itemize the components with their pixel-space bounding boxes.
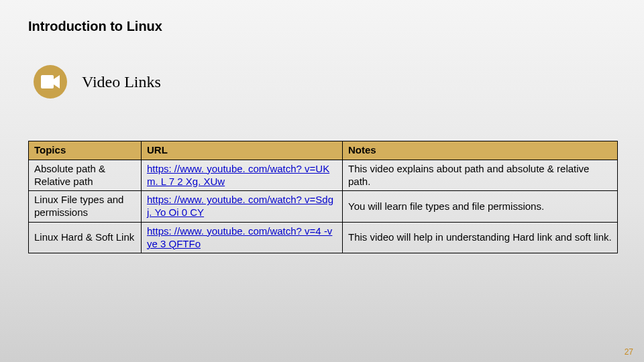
cell-notes: This video explains about path and absol… [343, 160, 618, 191]
header-url: URL [142, 141, 343, 160]
video-link[interactable]: https: //www. youtube. com/watch? v=UKm.… [147, 163, 329, 187]
svg-rect-0 [41, 75, 54, 88]
cell-notes: You will learn file types and file permi… [343, 191, 618, 223]
video-links-table: Topics URL Notes Absolute path & Relativ… [28, 141, 618, 253]
video-link[interactable]: https: //www. youtube. com/watch? v=Sdgj… [147, 194, 333, 218]
section-title: Video Links [82, 73, 161, 91]
video-camera-icon [34, 65, 67, 99]
table-header-row: Topics URL Notes [29, 141, 618, 160]
section-header: Video Links [34, 65, 161, 99]
table-row: Linux File types and permissions https: … [29, 191, 618, 223]
table-row: Absolute path & Relative path https: //w… [29, 160, 618, 191]
slide-number: 27 [625, 347, 633, 357]
cell-topic: Absolute path & Relative path [29, 160, 142, 191]
video-link[interactable]: https: //www. youtube. com/watch? v=4 -v… [147, 225, 332, 249]
cell-notes: This video will help in understanding Ha… [343, 222, 618, 253]
table-row: Linux Hard & Soft Link https: //www. you… [29, 222, 618, 253]
cell-url: https: //www. youtube. com/watch? v=Sdgj… [142, 191, 343, 223]
cell-url: https: //www. youtube. com/watch? v=UKm.… [142, 160, 343, 191]
cell-url: https: //www. youtube. com/watch? v=4 -v… [142, 222, 343, 253]
header-notes: Notes [343, 141, 618, 160]
cell-topic: Linux File types and permissions [29, 191, 142, 223]
page-title: Introduction to Linux [28, 19, 162, 34]
cell-topic: Linux Hard & Soft Link [29, 222, 142, 253]
header-topics: Topics [29, 141, 142, 160]
